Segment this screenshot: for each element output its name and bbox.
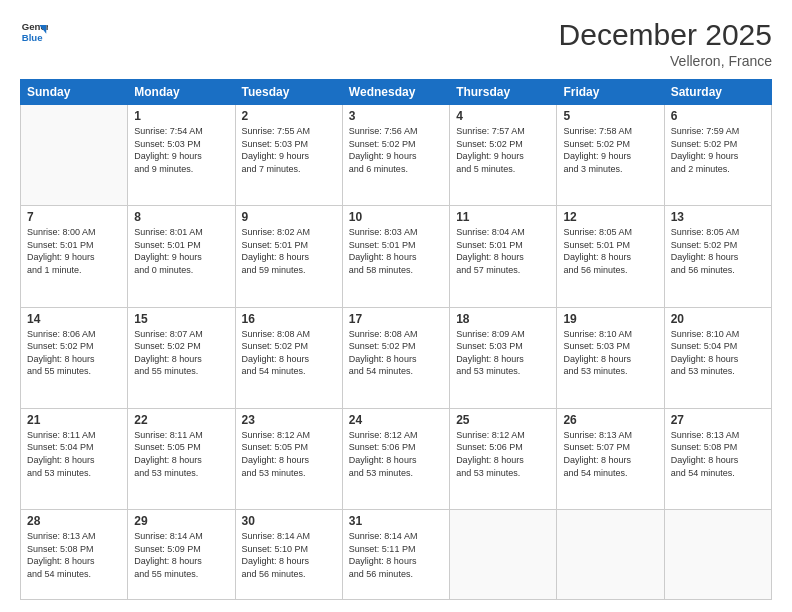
weekday-header-friday: Friday <box>557 80 664 105</box>
logo-icon: General Blue <box>20 18 48 46</box>
day-number: 31 <box>349 514 443 528</box>
weekday-header-thursday: Thursday <box>450 80 557 105</box>
day-info: Sunrise: 8:10 AM Sunset: 5:03 PM Dayligh… <box>563 328 657 378</box>
calendar-week-1: 1Sunrise: 7:54 AM Sunset: 5:03 PM Daylig… <box>21 105 772 206</box>
day-info: Sunrise: 8:12 AM Sunset: 5:06 PM Dayligh… <box>349 429 443 479</box>
calendar-cell: 26Sunrise: 8:13 AM Sunset: 5:07 PM Dayli… <box>557 408 664 509</box>
day-number: 4 <box>456 109 550 123</box>
day-number: 1 <box>134 109 228 123</box>
day-info: Sunrise: 8:06 AM Sunset: 5:02 PM Dayligh… <box>27 328 121 378</box>
day-number: 26 <box>563 413 657 427</box>
calendar-cell: 30Sunrise: 8:14 AM Sunset: 5:10 PM Dayli… <box>235 510 342 600</box>
weekday-header-tuesday: Tuesday <box>235 80 342 105</box>
day-number: 19 <box>563 312 657 326</box>
day-info: Sunrise: 8:12 AM Sunset: 5:06 PM Dayligh… <box>456 429 550 479</box>
calendar-cell: 11Sunrise: 8:04 AM Sunset: 5:01 PM Dayli… <box>450 206 557 307</box>
calendar-cell: 27Sunrise: 8:13 AM Sunset: 5:08 PM Dayli… <box>664 408 771 509</box>
calendar-cell: 28Sunrise: 8:13 AM Sunset: 5:08 PM Dayli… <box>21 510 128 600</box>
calendar-cell: 24Sunrise: 8:12 AM Sunset: 5:06 PM Dayli… <box>342 408 449 509</box>
day-info: Sunrise: 7:57 AM Sunset: 5:02 PM Dayligh… <box>456 125 550 175</box>
day-info: Sunrise: 8:04 AM Sunset: 5:01 PM Dayligh… <box>456 226 550 276</box>
day-info: Sunrise: 8:11 AM Sunset: 5:05 PM Dayligh… <box>134 429 228 479</box>
calendar-week-3: 14Sunrise: 8:06 AM Sunset: 5:02 PM Dayli… <box>21 307 772 408</box>
day-number: 9 <box>242 210 336 224</box>
day-info: Sunrise: 8:01 AM Sunset: 5:01 PM Dayligh… <box>134 226 228 276</box>
location: Velleron, France <box>559 53 772 69</box>
day-info: Sunrise: 7:54 AM Sunset: 5:03 PM Dayligh… <box>134 125 228 175</box>
calendar-cell: 10Sunrise: 8:03 AM Sunset: 5:01 PM Dayli… <box>342 206 449 307</box>
day-info: Sunrise: 8:05 AM Sunset: 5:02 PM Dayligh… <box>671 226 765 276</box>
calendar-cell: 21Sunrise: 8:11 AM Sunset: 5:04 PM Dayli… <box>21 408 128 509</box>
calendar-cell: 18Sunrise: 8:09 AM Sunset: 5:03 PM Dayli… <box>450 307 557 408</box>
day-number: 21 <box>27 413 121 427</box>
day-info: Sunrise: 8:07 AM Sunset: 5:02 PM Dayligh… <box>134 328 228 378</box>
day-info: Sunrise: 8:02 AM Sunset: 5:01 PM Dayligh… <box>242 226 336 276</box>
calendar-table: SundayMondayTuesdayWednesdayThursdayFrid… <box>20 79 772 600</box>
day-number: 18 <box>456 312 550 326</box>
calendar-cell <box>664 510 771 600</box>
calendar-cell <box>21 105 128 206</box>
calendar-cell: 3Sunrise: 7:56 AM Sunset: 5:02 PM Daylig… <box>342 105 449 206</box>
calendar-cell: 4Sunrise: 7:57 AM Sunset: 5:02 PM Daylig… <box>450 105 557 206</box>
calendar-cell: 15Sunrise: 8:07 AM Sunset: 5:02 PM Dayli… <box>128 307 235 408</box>
day-number: 30 <box>242 514 336 528</box>
day-info: Sunrise: 8:00 AM Sunset: 5:01 PM Dayligh… <box>27 226 121 276</box>
day-number: 20 <box>671 312 765 326</box>
day-number: 7 <box>27 210 121 224</box>
day-info: Sunrise: 7:59 AM Sunset: 5:02 PM Dayligh… <box>671 125 765 175</box>
calendar-cell: 8Sunrise: 8:01 AM Sunset: 5:01 PM Daylig… <box>128 206 235 307</box>
day-info: Sunrise: 8:09 AM Sunset: 5:03 PM Dayligh… <box>456 328 550 378</box>
calendar-cell: 9Sunrise: 8:02 AM Sunset: 5:01 PM Daylig… <box>235 206 342 307</box>
calendar-cell: 22Sunrise: 8:11 AM Sunset: 5:05 PM Dayli… <box>128 408 235 509</box>
calendar-cell <box>450 510 557 600</box>
calendar-body: 1Sunrise: 7:54 AM Sunset: 5:03 PM Daylig… <box>21 105 772 600</box>
title-section: December 2025 Velleron, France <box>559 18 772 69</box>
day-info: Sunrise: 8:13 AM Sunset: 5:08 PM Dayligh… <box>671 429 765 479</box>
day-info: Sunrise: 8:03 AM Sunset: 5:01 PM Dayligh… <box>349 226 443 276</box>
day-number: 10 <box>349 210 443 224</box>
calendar-cell <box>557 510 664 600</box>
day-number: 14 <box>27 312 121 326</box>
day-number: 24 <box>349 413 443 427</box>
day-number: 2 <box>242 109 336 123</box>
calendar-week-4: 21Sunrise: 8:11 AM Sunset: 5:04 PM Dayli… <box>21 408 772 509</box>
calendar-cell: 29Sunrise: 8:14 AM Sunset: 5:09 PM Dayli… <box>128 510 235 600</box>
weekday-header-row: SundayMondayTuesdayWednesdayThursdayFrid… <box>21 80 772 105</box>
day-info: Sunrise: 8:10 AM Sunset: 5:04 PM Dayligh… <box>671 328 765 378</box>
logo: General Blue <box>20 18 48 46</box>
weekday-header-wednesday: Wednesday <box>342 80 449 105</box>
day-info: Sunrise: 8:05 AM Sunset: 5:01 PM Dayligh… <box>563 226 657 276</box>
day-number: 25 <box>456 413 550 427</box>
calendar-cell: 12Sunrise: 8:05 AM Sunset: 5:01 PM Dayli… <box>557 206 664 307</box>
svg-text:Blue: Blue <box>22 32 43 43</box>
calendar-cell: 25Sunrise: 8:12 AM Sunset: 5:06 PM Dayli… <box>450 408 557 509</box>
day-info: Sunrise: 8:13 AM Sunset: 5:08 PM Dayligh… <box>27 530 121 580</box>
month-title: December 2025 <box>559 18 772 51</box>
calendar-cell: 2Sunrise: 7:55 AM Sunset: 5:03 PM Daylig… <box>235 105 342 206</box>
day-number: 23 <box>242 413 336 427</box>
day-number: 11 <box>456 210 550 224</box>
day-number: 27 <box>671 413 765 427</box>
calendar-cell: 14Sunrise: 8:06 AM Sunset: 5:02 PM Dayli… <box>21 307 128 408</box>
calendar-week-2: 7Sunrise: 8:00 AM Sunset: 5:01 PM Daylig… <box>21 206 772 307</box>
day-number: 15 <box>134 312 228 326</box>
day-number: 12 <box>563 210 657 224</box>
calendar-cell: 23Sunrise: 8:12 AM Sunset: 5:05 PM Dayli… <box>235 408 342 509</box>
day-info: Sunrise: 8:14 AM Sunset: 5:09 PM Dayligh… <box>134 530 228 580</box>
day-info: Sunrise: 8:13 AM Sunset: 5:07 PM Dayligh… <box>563 429 657 479</box>
day-number: 13 <box>671 210 765 224</box>
calendar-cell: 31Sunrise: 8:14 AM Sunset: 5:11 PM Dayli… <box>342 510 449 600</box>
calendar-cell: 17Sunrise: 8:08 AM Sunset: 5:02 PM Dayli… <box>342 307 449 408</box>
day-info: Sunrise: 8:08 AM Sunset: 5:02 PM Dayligh… <box>349 328 443 378</box>
day-number: 3 <box>349 109 443 123</box>
calendar-cell: 1Sunrise: 7:54 AM Sunset: 5:03 PM Daylig… <box>128 105 235 206</box>
calendar-cell: 7Sunrise: 8:00 AM Sunset: 5:01 PM Daylig… <box>21 206 128 307</box>
day-number: 17 <box>349 312 443 326</box>
day-info: Sunrise: 7:55 AM Sunset: 5:03 PM Dayligh… <box>242 125 336 175</box>
day-info: Sunrise: 8:14 AM Sunset: 5:11 PM Dayligh… <box>349 530 443 580</box>
day-number: 16 <box>242 312 336 326</box>
day-info: Sunrise: 8:11 AM Sunset: 5:04 PM Dayligh… <box>27 429 121 479</box>
page: General Blue December 2025 Velleron, Fra… <box>0 0 792 612</box>
day-info: Sunrise: 8:08 AM Sunset: 5:02 PM Dayligh… <box>242 328 336 378</box>
calendar-cell: 19Sunrise: 8:10 AM Sunset: 5:03 PM Dayli… <box>557 307 664 408</box>
